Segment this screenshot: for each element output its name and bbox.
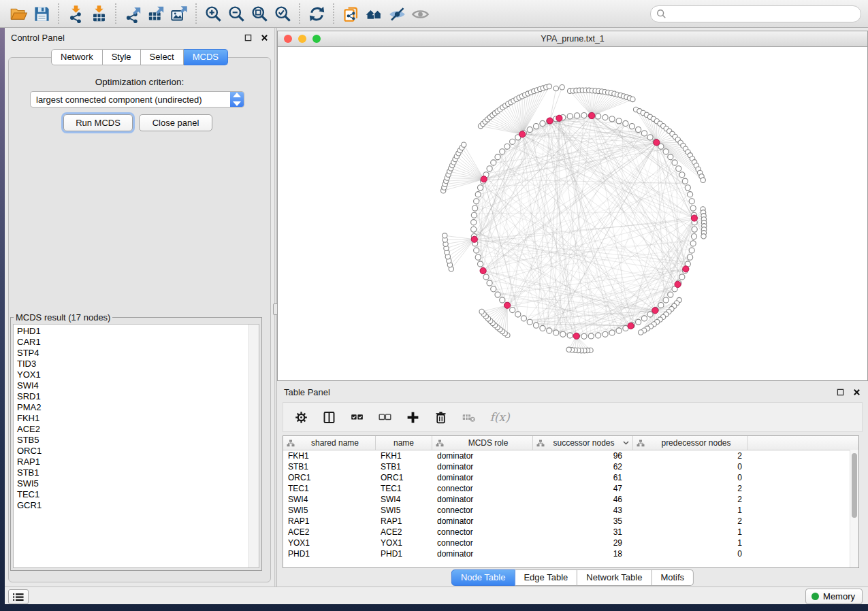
memory-button[interactable]: Memory <box>805 589 863 604</box>
column-header-name[interactable]: name <box>376 436 432 450</box>
zoom-selected-icon[interactable] <box>271 3 294 24</box>
table-scrollbar-thumb[interactable] <box>852 453 857 518</box>
select-all-icon[interactable] <box>349 409 365 425</box>
network-canvas[interactable] <box>278 47 867 380</box>
search-input[interactable] <box>670 8 855 20</box>
mcds-result-item[interactable]: STP4 <box>17 348 259 359</box>
cell-successors: 62 <box>533 462 633 472</box>
mcds-result-item[interactable]: CAR1 <box>17 337 259 348</box>
cell-shared_name: ACE2 <box>283 527 376 537</box>
cell-successors: 47 <box>533 484 633 493</box>
mcds-list-scrollbar[interactable] <box>248 325 259 567</box>
mcds-result-item[interactable]: STB5 <box>17 435 259 446</box>
tab-mcds[interactable]: MCDS <box>184 49 228 65</box>
export-image-icon[interactable] <box>167 3 191 24</box>
houses-icon[interactable] <box>362 3 385 24</box>
tab-style[interactable]: Style <box>103 49 141 65</box>
folder-open-icon[interactable] <box>7 3 30 24</box>
optimization-criterion-label: Optimization criterion: <box>5 77 274 87</box>
table-row[interactable]: TEC1TEC1connector472 <box>283 483 858 494</box>
float-panel-icon[interactable] <box>243 33 253 42</box>
network-window-titlebar[interactable]: YPA_prune.txt_1 <box>278 31 867 47</box>
deselect-all-icon[interactable] <box>376 409 393 425</box>
add-icon[interactable] <box>404 409 421 425</box>
mcds-result-item[interactable]: SWI5 <box>17 478 259 489</box>
mcds-result-title: MCDS result (17 nodes) <box>14 312 112 323</box>
cell-predecessors: 2 <box>633 484 748 493</box>
close-panel-icon[interactable] <box>259 33 269 42</box>
tab-network[interactable]: Network <box>51 49 103 65</box>
mcds-result-item[interactable]: TEC1 <box>17 489 259 500</box>
mcds-result-item[interactable]: GCR1 <box>17 500 259 511</box>
task-history-button[interactable] <box>8 589 29 604</box>
export-network-icon[interactable] <box>121 3 144 24</box>
float-table-panel-icon[interactable] <box>835 387 845 397</box>
mcds-result-item[interactable]: PMA2 <box>17 402 259 413</box>
cell-role: dominator <box>432 549 533 559</box>
close-table-panel-icon[interactable] <box>852 387 861 397</box>
gear-icon[interactable] <box>293 409 309 425</box>
table-row[interactable]: ORC1ORC1dominator610 <box>283 472 858 483</box>
network-graph[interactable] <box>278 47 867 380</box>
close-panel-button[interactable]: Close panel <box>139 114 212 131</box>
mcds-result-item[interactable]: ORC1 <box>17 446 259 457</box>
table-tab-node-table[interactable]: Node Table <box>451 569 515 586</box>
trash-icon[interactable] <box>432 409 449 425</box>
optimization-criterion-select[interactable]: largest connected component (undirected) <box>30 91 244 108</box>
column-header-shared_name[interactable]: shared name <box>283 436 376 450</box>
table-row[interactable]: SWI5SWI5connector431 <box>283 505 858 516</box>
save-icon[interactable] <box>30 3 53 24</box>
mcds-result-item[interactable]: YOX1 <box>17 369 259 380</box>
toolbar-separator <box>58 3 59 24</box>
run-mcds-button[interactable]: Run MCDS <box>63 114 133 131</box>
zoom-in-icon[interactable] <box>202 3 225 24</box>
mcds-result-item[interactable]: STB1 <box>17 467 259 478</box>
toolbar-separator <box>299 3 300 24</box>
table-scrollbar[interactable] <box>850 450 858 567</box>
mcds-result-item[interactable]: ACE2 <box>17 424 259 435</box>
column-header-role[interactable]: MCDS role <box>432 436 533 450</box>
table-row[interactable]: YOX1YOX1connector291 <box>283 538 858 548</box>
mcds-result-item[interactable]: TID3 <box>17 359 259 369</box>
function-icon[interactable]: f(x) <box>488 409 511 425</box>
columns-icon[interactable] <box>321 409 337 425</box>
mcds-result-item[interactable]: SRD1 <box>17 391 259 402</box>
eye-slash-icon[interactable] <box>385 3 408 24</box>
cell-predecessors: 1 <box>633 506 748 515</box>
cell-shared_name: TEC1 <box>283 484 376 493</box>
zoom-fit-icon[interactable] <box>248 3 271 24</box>
cell-predecessors: 2 <box>633 516 748 526</box>
attribute-type-icon <box>287 440 295 447</box>
search-box[interactable] <box>650 5 861 22</box>
export-table-icon[interactable] <box>144 3 167 24</box>
table-tab-motifs[interactable]: Motifs <box>652 569 694 586</box>
cell-role: dominator <box>432 495 533 504</box>
table-row[interactable]: RAP1RAP1dominator352 <box>283 516 858 527</box>
table-tab-network-table[interactable]: Network Table <box>577 569 652 586</box>
refresh-icon[interactable] <box>305 3 328 24</box>
table-row[interactable]: PHD1PHD1dominator180 <box>283 548 858 559</box>
table-tab-edge-table[interactable]: Edge Table <box>515 569 577 586</box>
cell-role: dominator <box>432 451 533 461</box>
table-row[interactable]: SWI4SWI4dominator462 <box>283 494 858 505</box>
import-table-icon[interactable] <box>87 3 110 24</box>
table-row[interactable]: ACE2ACE2connector311 <box>283 527 858 538</box>
mcds-result-item[interactable]: SWI4 <box>17 380 259 391</box>
cell-shared_name: SWI5 <box>283 506 376 515</box>
mcds-result-item[interactable]: RAP1 <box>17 457 259 467</box>
mcds-result-item[interactable]: FKH1 <box>17 413 259 424</box>
clear-table-icon[interactable] <box>460 409 477 425</box>
table-row[interactable]: FKH1FKH1dominator962 <box>283 450 858 461</box>
copy-network-icon[interactable] <box>339 3 362 24</box>
import-network-icon[interactable] <box>64 3 87 24</box>
tab-select[interactable]: Select <box>141 49 184 65</box>
mcds-result-list[interactable]: PHD1CAR1STP4TID3YOX1SWI4SRD1PMA2FKH1ACE2… <box>13 324 259 568</box>
column-header-successors[interactable]: successor nodes <box>533 436 633 450</box>
column-header-predecessors[interactable]: predecessor nodes <box>633 436 748 450</box>
mcds-result-item[interactable]: PHD1 <box>17 326 259 337</box>
attribute-type-icon <box>637 440 645 447</box>
table-row[interactable]: STB1STB1dominator620 <box>283 461 858 472</box>
zoom-out-icon[interactable] <box>225 3 248 24</box>
eye-icon[interactable] <box>408 3 432 24</box>
cell-shared_name: SWI4 <box>283 495 376 504</box>
